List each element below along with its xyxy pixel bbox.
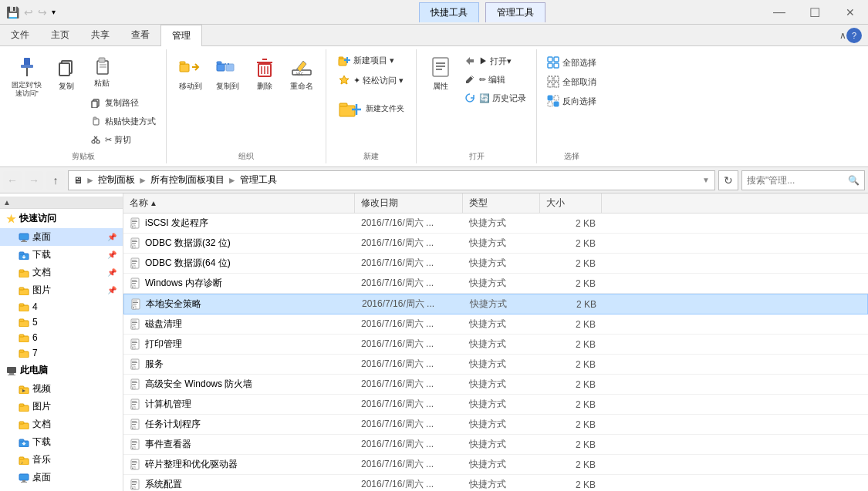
select-group-inner: 全部选择 全部取消	[543, 51, 600, 148]
select-all-button[interactable]: 全部选择	[543, 54, 600, 71]
pics-folder-icon-1	[19, 286, 29, 295]
sidebar-item-desktop-1[interactable]: 桌面 📌	[0, 228, 123, 246]
file-icon	[130, 439, 142, 451]
delete-button[interactable]: 删除	[247, 51, 282, 96]
col-header-type[interactable]: 类型	[463, 193, 540, 213]
sidebar-item-pics-2[interactable]: 图片	[0, 398, 123, 415]
undo-icon[interactable]: ↩	[24, 6, 33, 18]
svg-text:♪: ♪	[21, 460, 23, 465]
table-row[interactable]: 任务计划程序 2016/7/16/周六 ... 快捷方式 2 KB	[123, 415, 868, 435]
breadcrumb-item-3[interactable]: 管理工具	[240, 173, 277, 187]
col-header-name[interactable]: 名称 ▲	[123, 193, 355, 213]
table-row[interactable]: Windows 内存诊断 2016/7/16/周六 ... 快捷方式 2 KB	[123, 274, 868, 294]
svg-rect-67	[19, 319, 24, 321]
table-row[interactable]: iSCSI 发起程序 2016/7/16/周六 ... 快捷方式 2 KB	[123, 214, 868, 234]
table-row[interactable]: ODBC 数据源(32 位) 2016/7/16/周六 ... 快捷方式 2 K…	[123, 234, 868, 254]
breadcrumb[interactable]: 🖥 ► 控制面板 ► 所有控制面板项目 ► 管理工具 ▼	[68, 170, 715, 190]
easy-access-button[interactable]: ✦ 轻松访问 ▾	[333, 71, 409, 89]
deselect-button[interactable]: 全部取消	[543, 73, 600, 90]
file-type: 快捷方式	[464, 296, 541, 312]
search-input[interactable]	[747, 175, 848, 186]
sidebar-item-7[interactable]: 7	[0, 345, 123, 361]
tab-home[interactable]: 主页	[40, 25, 80, 45]
table-row[interactable]: 碎片整理和优化驱动器 2016/7/16/周六 ... 快捷方式 2 KB	[123, 455, 868, 475]
breadcrumb-item-2[interactable]: 所有控制面板项目	[150, 173, 225, 187]
paste-shortcut-button[interactable]: 粘贴快捷方式	[86, 113, 160, 129]
address-bar: ← → ↑ 🖥 ► 控制面板 ► 所有控制面板项目 ► 管理工具 ▼ ↻ 🔍	[0, 167, 868, 193]
forward-button[interactable]: →	[25, 171, 43, 190]
table-row[interactable]: 高级安全 Windows 防火墙 2016/7/16/周六 ... 快捷方式 2…	[123, 375, 868, 395]
sidebar-item-download-2[interactable]: 下载	[0, 433, 123, 451]
copy-button[interactable]: 复制	[49, 51, 84, 96]
tab-quick-tools[interactable]: 快捷工具	[419, 2, 479, 22]
sidebar-item-desktop-2[interactable]: 桌面	[0, 469, 123, 486]
open-button[interactable]: ▶ 打开▾	[460, 52, 530, 69]
svg-rect-79	[19, 404, 24, 406]
breadcrumb-item-1[interactable]: 控制面板	[98, 173, 135, 187]
close-button[interactable]: ✕	[833, 0, 868, 25]
quick-access-section[interactable]: ★ 快速访问	[0, 209, 123, 228]
edit-button[interactable]: ✏ 编辑	[460, 71, 530, 88]
copy-path-button[interactable]: 复制路径	[86, 94, 160, 111]
sidebar-item-5[interactable]: 5	[0, 314, 123, 330]
table-row[interactable]: 打印管理 2016/7/16/周六 ... 快捷方式 2 KB	[123, 335, 868, 355]
tab-manage-tools[interactable]: 管理工具	[485, 2, 545, 22]
new-item-button[interactable]: 新建项目 ▾	[333, 51, 400, 69]
sidebar-item-video[interactable]: 视频	[0, 380, 123, 398]
back-button[interactable]: ←	[3, 171, 22, 190]
table-row[interactable]: 系统配置 2016/7/16/周六 ... 快捷方式 2 KB	[123, 475, 868, 491]
file-name: ODBC 数据源(32 位)	[145, 237, 231, 250]
sidebar-item-6[interactable]: 6	[0, 330, 123, 345]
open-label: ▶ 打开▾	[479, 55, 512, 67]
redo-icon[interactable]: ↪	[38, 6, 47, 18]
breadcrumb-dropdown-icon[interactable]: ▼	[702, 176, 710, 184]
copy2-button[interactable]: 复制到	[210, 51, 245, 96]
table-row[interactable]: 本地安全策略 2016/7/16/周六 ... 快捷方式 2 KB	[123, 294, 868, 314]
tab-share[interactable]: 共享	[80, 25, 120, 45]
refresh-button[interactable]: ↻	[718, 170, 738, 190]
col-header-date[interactable]: 修改日期	[355, 193, 463, 213]
table-row[interactable]: 磁盘清理 2016/7/16/周六 ... 快捷方式 2 KB	[123, 314, 868, 335]
pin-button[interactable]: 固定到"快速访问"	[6, 51, 47, 102]
this-pc-section[interactable]: 此电脑	[0, 361, 123, 380]
cut-button[interactable]: ✂ 剪切	[86, 131, 160, 148]
clipboard-group: 固定到"快速访问" 复制	[0, 49, 167, 163]
tab-manage[interactable]: 管理	[160, 25, 202, 46]
svg-rect-102	[132, 261, 137, 262]
properties-button[interactable]: 属性	[423, 51, 458, 96]
tab-file[interactable]: 文件	[0, 25, 40, 45]
paste-button[interactable]: 粘贴	[86, 51, 160, 92]
svg-rect-107	[132, 281, 137, 282]
svg-rect-72	[7, 367, 16, 373]
table-row[interactable]: ODBC 数据源(64 位) 2016/7/16/周六 ... 快捷方式 2 K…	[123, 254, 868, 274]
maximize-button[interactable]: ☐	[797, 0, 833, 25]
new-group: 新建项目 ▾ ✦ 轻松访问 ▾	[326, 49, 417, 163]
sidebar-item-4[interactable]: 4	[0, 299, 123, 314]
svg-rect-127	[132, 362, 137, 363]
sidebar-item-download-1[interactable]: 下载 📌	[0, 246, 123, 264]
invert-selection-button[interactable]: 反向选择	[543, 92, 600, 109]
sidebar-item-music[interactable]: ♪ 音乐	[0, 451, 123, 469]
col-header-size[interactable]: 大小	[540, 193, 602, 213]
sidebar-collapse-arrow[interactable]: ▲	[3, 198, 11, 207]
history-button[interactable]: 🔄 历史记录	[460, 89, 530, 106]
help-button[interactable]: ?	[846, 28, 862, 43]
rename-button[interactable]: ABC 重命名	[284, 51, 319, 96]
svg-rect-53	[548, 102, 552, 106]
sidebar-item-docs-1[interactable]: 文档 📌	[0, 264, 123, 281]
sidebar-item-docs-2[interactable]: 文档	[0, 415, 123, 433]
new-folder-button[interactable]: 新建文件夹	[333, 94, 410, 123]
save-icon[interactable]: 💾	[6, 6, 19, 18]
table-row[interactable]: 计算机管理 2016/7/16/周六 ... 快捷方式 2 KB	[123, 395, 868, 415]
search-icon[interactable]: 🔍	[848, 175, 860, 186]
file-size: 2 KB	[540, 257, 602, 271]
sidebar-item-pics-1[interactable]: 图片 📌	[0, 281, 123, 299]
move-button[interactable]: 移动到	[173, 51, 208, 96]
table-row[interactable]: 事件查看器 2016/7/16/周六 ... 快捷方式 2 KB	[123, 435, 868, 455]
up-button[interactable]: ↑	[46, 171, 65, 190]
ribbon-collapse-icon[interactable]: ∧	[839, 30, 846, 41]
tab-view[interactable]: 查看	[120, 25, 160, 45]
dropdown-icon[interactable]: ▾	[52, 8, 56, 16]
table-row[interactable]: 服务 2016/7/16/周六 ... 快捷方式 2 KB	[123, 355, 868, 375]
minimize-button[interactable]: —	[762, 0, 797, 25]
